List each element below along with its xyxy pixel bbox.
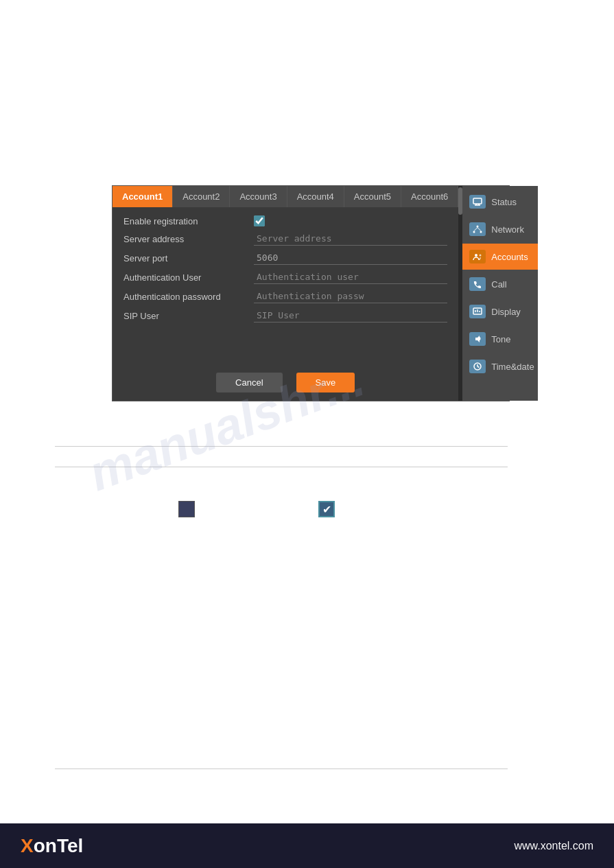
tab-account3[interactable]: Account3	[230, 186, 287, 207]
footer-bar: XonTel www.xontel.com	[0, 823, 614, 868]
example-checkbox-checked: ✔	[318, 501, 335, 517]
sidebar-item-display[interactable]: Display	[462, 298, 538, 325]
divider-bottom	[55, 467, 508, 467]
input-auth-password[interactable]	[254, 290, 447, 303]
form-row-sip-user: SIP User	[123, 309, 447, 322]
tab-account5[interactable]: Account5	[344, 186, 401, 207]
form-row-auth-password: Authentication password	[123, 290, 447, 303]
call-icon	[469, 277, 486, 291]
svg-point-6	[480, 231, 482, 233]
label-sip-user: SIP User	[123, 311, 247, 321]
cancel-button[interactable]: Cancel	[216, 373, 282, 392]
input-sip-user[interactable]	[254, 309, 447, 322]
label-server-port: Server port	[123, 253, 247, 263]
save-button[interactable]: Save	[296, 373, 355, 392]
right-sidebar: Status Network Accounts Call Display	[462, 186, 538, 401]
sidebar-label-tone: Tone	[491, 334, 510, 344]
label-server-address: Server address	[123, 234, 247, 244]
tab-account1[interactable]: Account1	[113, 186, 173, 207]
sidebar-item-accounts[interactable]: Accounts	[462, 244, 538, 270]
network-icon	[469, 222, 486, 236]
sidebar-item-network[interactable]: Network	[462, 216, 538, 242]
sidebar-label-status: Status	[491, 197, 517, 207]
footer-logo: XonTel	[21, 835, 83, 857]
svg-point-5	[473, 231, 475, 233]
sidebar-label-display: Display	[491, 307, 521, 317]
sidebar-label-network: Network	[491, 224, 524, 235]
sidebar-item-timedate[interactable]: Time&date	[462, 353, 538, 379]
sidebar-label-accounts: Accounts	[491, 252, 528, 262]
tab-account2[interactable]: Account2	[173, 186, 230, 207]
input-server-address[interactable]	[254, 232, 447, 246]
divider-lower	[55, 769, 508, 769]
form-row-server-address: Server address	[123, 232, 447, 246]
input-server-port[interactable]	[254, 251, 447, 265]
sidebar-item-call[interactable]: Call	[462, 271, 538, 297]
sidebar-label-call: Call	[491, 279, 506, 290]
tone-icon	[469, 332, 486, 346]
footer-url: www.xontel.com	[514, 840, 593, 852]
tab-account6[interactable]: Account6	[401, 186, 458, 207]
form-area: Enable registration Server address Serve…	[113, 207, 458, 364]
label-auth-password: Authentication password	[123, 292, 247, 302]
display-icon	[469, 305, 486, 318]
divider-top	[55, 446, 508, 447]
input-auth-user[interactable]	[254, 270, 447, 284]
accounts-icon	[469, 250, 486, 263]
label-enable-registration: Enable registration	[123, 216, 247, 226]
svg-line-7	[474, 228, 477, 231]
sidebar-item-status[interactable]: Status	[462, 189, 538, 215]
svg-line-17	[477, 366, 480, 368]
form-row-server-port: Server port	[123, 251, 447, 265]
clock-icon	[469, 360, 486, 373]
svg-line-8	[477, 228, 481, 231]
sidebar-item-tone[interactable]: Tone	[462, 326, 538, 352]
svg-point-9	[475, 254, 477, 257]
svg-point-4	[477, 226, 479, 228]
form-row-auth-user: Authentication User	[123, 270, 447, 284]
label-auth-user: Authentication User	[123, 272, 247, 283]
buttons-row: Cancel Save	[113, 364, 458, 401]
sidebar-label-timedate: Time&date	[491, 362, 534, 372]
svg-rect-0	[473, 198, 482, 204]
left-panel: Account1 Account2 Account3 Account4 Acco…	[113, 186, 458, 401]
checkbox-enable-registration[interactable]	[254, 215, 265, 226]
ui-screenshot: Account1 Account2 Account3 Account4 Acco…	[112, 185, 510, 401]
monitor-icon	[469, 195, 486, 209]
logo-text: XonTel	[21, 835, 83, 857]
tab-account4[interactable]: Account4	[287, 186, 344, 207]
form-row-enable-registration: Enable registration	[123, 215, 447, 226]
example-checkbox-unchecked	[178, 501, 195, 517]
checkbox-examples: ✔	[178, 501, 335, 517]
svg-point-10	[480, 255, 482, 257]
tabs-row: Account1 Account2 Account3 Account4 Acco…	[113, 186, 458, 207]
